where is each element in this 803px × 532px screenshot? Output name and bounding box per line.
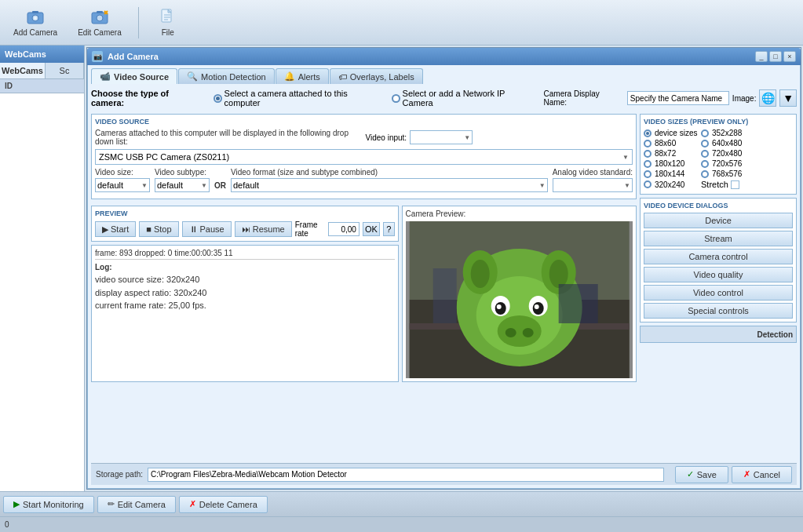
dialog-title-text: Add Camera [108, 52, 750, 61]
svg-point-3 [34, 16, 37, 20]
video-quality-button[interactable]: Video quality [644, 267, 793, 282]
pause-button[interactable]: ⏸ Pause [182, 221, 232, 237]
stretch-checkbox[interactable] [731, 180, 739, 189]
video-format-select[interactable]: default ▼ [231, 178, 548, 192]
log-line-1: video source size: 320x240 [95, 273, 395, 286]
webcams-title-text: WebCams [5, 49, 46, 59]
svg-point-19 [497, 315, 541, 347]
size-label-device: device sizes [655, 129, 698, 137]
video-subtype-option: Video subtype: default ▼ [155, 168, 210, 192]
cancel-button[interactable]: ✗ Cancel [732, 466, 792, 483]
file-button[interactable]: File [148, 4, 188, 41]
dialog-close-button[interactable]: × [783, 51, 796, 62]
size-radio-352[interactable] [701, 129, 709, 137]
frame-rate-input[interactable] [328, 222, 360, 236]
video-source-section: VIDEO SOURCE Cameras attached to this co… [91, 114, 637, 199]
sidebar-content [0, 93, 84, 491]
edit-camera-button[interactable]: Edit Camera [71, 4, 129, 41]
radio-attached-camera[interactable]: Select a camera attached to this compute… [214, 89, 385, 107]
sidebar-tab-sc[interactable]: Sc [46, 63, 84, 78]
save-button[interactable]: ✓ Save [675, 466, 728, 483]
start-button[interactable]: ▶ Start [95, 221, 136, 237]
size-radio-180x144[interactable] [644, 170, 652, 178]
size-radio-320x240[interactable] [644, 180, 652, 188]
stretch-row: Stretch [701, 180, 739, 189]
preview-controls: ▶ Start ■ Stop ⏸ [95, 220, 395, 238]
video-input-label: Video input: [366, 133, 407, 142]
tab-motion-detection[interactable]: 🔍 Motion Detection [178, 68, 275, 84]
add-camera-button[interactable]: Add Camera [6, 4, 64, 41]
size-radio-720x480[interactable] [701, 150, 709, 158]
edit-camera-bottom-button[interactable]: ✏ Edit Camera [97, 496, 176, 513]
video-subtype-select[interactable]: default ▼ [155, 178, 210, 192]
or-label: OR [214, 181, 226, 190]
status-text: 0 [5, 520, 9, 529]
size-radio-768x576[interactable] [701, 170, 709, 178]
delete-camera-button[interactable]: ✗ Delete Camera [179, 496, 268, 513]
size-radio-device[interactable] [644, 129, 652, 137]
log-content: video source size: 320x240 display aspec… [95, 273, 395, 312]
size-radio-88x72[interactable] [644, 150, 652, 158]
analog-video-select[interactable]: ▼ [553, 178, 633, 192]
image-dropdown-button[interactable]: ▼ [779, 89, 797, 107]
dialog-controls: _ □ × [755, 51, 796, 62]
size-radio-88x60[interactable] [644, 140, 652, 148]
svg-point-5 [97, 15, 103, 21]
stop-button[interactable]: ■ Stop [139, 221, 178, 237]
svg-point-27 [534, 304, 538, 309]
size-row-3: 180x120 720x576 [644, 159, 793, 168]
svg-rect-33 [433, 268, 456, 323]
start-monitoring-button[interactable]: ▶ Start Monitoring [3, 496, 94, 513]
tab-video-source[interactable]: 📹 Video Source [91, 68, 177, 84]
camera-list-row: Cameras attached to this computer will b… [95, 129, 633, 146]
video-size-select[interactable]: default ▼ [95, 178, 150, 192]
size-label-320x240: 320x240 [655, 180, 698, 189]
camera-list-label: Cameras attached to this computer will b… [95, 129, 363, 146]
video-input-select[interactable]: ▼ [410, 130, 473, 144]
video-control-button[interactable]: Video control [644, 285, 793, 301]
ok-button[interactable]: OK [363, 222, 380, 236]
special-controls-button[interactable]: Special controls [644, 303, 793, 319]
image-picker-button[interactable]: 🌐 [759, 89, 776, 107]
dialog-minimize-button[interactable]: _ [755, 51, 768, 62]
log-status: frame: 893 dropped: 0 time:00:00:35 11 [95, 249, 395, 260]
status-bar: 0 [0, 516, 803, 532]
log-line-3: current frame rate: 25,00 fps. [95, 299, 395, 312]
dialog-tabs: 📹 Video Source 🔍 Motion Detection 🔔 Aler… [91, 68, 797, 84]
size-label-720x480: 720x480 [712, 149, 742, 158]
detection-label: Detection [757, 330, 793, 339]
image-label: Image: [732, 94, 757, 103]
video-options-row: Video size: default ▼ Video subtype: [95, 168, 633, 192]
stream-button[interactable]: Stream [644, 231, 793, 246]
radio-network-dot [392, 94, 400, 103]
dialog-body: 📹 Video Source 🔍 Motion Detection 🔔 Aler… [87, 65, 801, 489]
camera-name-input[interactable] [627, 91, 729, 105]
dialog-maximize-button[interactable]: □ [769, 51, 782, 62]
webcams-panel: WebCams WebCams Sc ID [0, 46, 85, 491]
radio-network-camera[interactable]: Select or add a Network IP Camera [392, 89, 538, 107]
size-label-352: 352x288 [712, 129, 742, 137]
camera-control-button[interactable]: Camera control [644, 249, 793, 264]
size-radio-640[interactable] [701, 140, 709, 148]
storage-label: Storage path: [96, 470, 143, 479]
main-layout: WebCams WebCams Sc ID 📷 Add Camera _ [0, 46, 803, 491]
frame-rate-label: Frame rate [295, 220, 325, 238]
device-button[interactable]: Device [644, 213, 793, 228]
analog-video-option: Analog video standard: ▼ [553, 168, 633, 192]
tab-overlays-labels[interactable]: 🏷 Overlays, Labels [330, 68, 423, 84]
log-line-2: display aspect ratio: 320x240 [95, 286, 395, 300]
help-button[interactable]: ? [383, 222, 394, 236]
video-sizes-title: Video sizes (preview only) [644, 118, 793, 126]
size-label-88x60: 88x60 [655, 139, 698, 148]
resume-button[interactable]: ⏭ Resume [235, 221, 292, 237]
preview-title: Preview [95, 210, 395, 217]
radio-attached-dot [214, 94, 222, 103]
add-camera-dialog: 📷 Add Camera _ □ × 📹 Video Source [86, 47, 801, 490]
storage-input[interactable] [148, 468, 664, 482]
size-radio-180x120[interactable] [644, 160, 652, 168]
two-column-layout: VIDEO SOURCE Cameras attached to this co… [91, 114, 797, 463]
camera-dropdown[interactable]: ZSMC USB PC Camera (ZS0211) ▼ [95, 149, 633, 165]
size-radio-720x576[interactable] [701, 160, 709, 168]
sidebar-tab-webcams[interactable]: WebCams [0, 63, 46, 78]
tab-alerts[interactable]: 🔔 Alerts [276, 68, 329, 84]
